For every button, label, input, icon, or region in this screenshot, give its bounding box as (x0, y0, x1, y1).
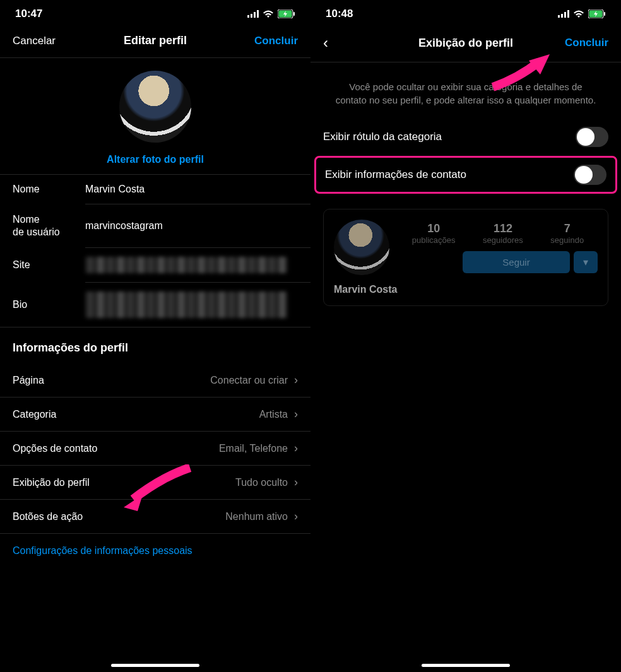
bio-row[interactable]: Bio (0, 283, 310, 327)
svg-rect-0 (247, 15, 249, 18)
preview-top: 10 publicações 112 seguidores 7 seguindo… (334, 220, 598, 275)
row-label: Página (13, 375, 44, 386)
wifi-icon (573, 10, 584, 18)
suggestions-dropdown-button[interactable]: ▾ (574, 251, 598, 273)
home-indicator[interactable] (422, 664, 510, 667)
nav-title: Editar perfil (63, 34, 247, 47)
bio-label: Bio (13, 299, 85, 310)
stat-number: 112 (483, 222, 523, 235)
personal-info-link[interactable]: Configurações de informações pessoais (0, 534, 310, 568)
page-row[interactable]: Página Conectar ou criar› (0, 363, 310, 397)
nav-bar: Cancelar Editar perfil Concluir (0, 24, 310, 57)
section-title: Informações do perfil (0, 327, 310, 363)
status-bar: 10:47 (0, 0, 310, 24)
row-label: Opções de contato (13, 443, 97, 454)
name-row[interactable]: Nome Marvin Costa (0, 175, 310, 204)
stat-number: 7 (550, 222, 584, 235)
home-indicator[interactable] (111, 664, 199, 667)
row-label: Exibição do perfil (13, 477, 90, 488)
change-photo-link[interactable]: Alterar foto do perfil (107, 154, 204, 165)
row-label: Categoria (13, 409, 56, 420)
status-bar: 10:48 (310, 0, 621, 24)
row-label: Botões de ação (13, 511, 83, 522)
svg-rect-9 (564, 12, 566, 18)
follow-button[interactable]: Seguir (463, 251, 570, 273)
profile-section: Alterar foto do perfil (0, 58, 310, 174)
svg-rect-13 (604, 12, 605, 16)
svg-rect-3 (257, 10, 259, 18)
name-value: Marvin Costa (85, 184, 298, 195)
wifi-icon (263, 10, 274, 18)
row-value: Conectar ou criar› (210, 374, 298, 387)
nav-bar: ‹ Exibição do perfil Concluir (310, 24, 621, 62)
chevron-right-icon: › (294, 476, 298, 489)
svg-rect-1 (251, 14, 252, 18)
category-toggle[interactable] (576, 127, 608, 147)
chevron-right-icon: › (294, 374, 298, 387)
preview-buttons: Seguir ▾ (463, 251, 598, 273)
preview-name: Marvin Costa (334, 284, 598, 295)
chevron-right-icon: › (294, 442, 298, 455)
status-time: 10:48 (326, 8, 353, 20)
svg-rect-8 (561, 14, 563, 18)
username-value: marvincostagram (85, 220, 298, 232)
row-value: Tudo oculto› (235, 476, 298, 489)
contact-options-row[interactable]: Opções de contato Email, Telefone› (0, 432, 310, 465)
svg-rect-7 (558, 15, 560, 18)
redacted-value (85, 257, 287, 273)
stat-label: seguidores (483, 235, 523, 245)
username-row[interactable]: Nome de usuário marvincostagram (0, 204, 310, 247)
profile-avatar[interactable] (119, 71, 191, 143)
row-value: Artista› (259, 408, 298, 421)
right-screen: 10:48 ‹ Exibição do perfil Concluir Você… (310, 0, 621, 672)
posts-stat: 10 publicações (412, 222, 456, 245)
site-label: Site (13, 259, 85, 271)
svg-rect-10 (567, 10, 569, 18)
toggle-knob (577, 128, 594, 146)
back-button[interactable]: ‹ (323, 34, 374, 52)
battery-charging-icon (278, 9, 295, 18)
description-text: Você pode ocultar ou exibir sua categori… (310, 62, 621, 118)
contact-toggle-row: Exibir informações de contato (314, 156, 617, 194)
signal-icon (247, 10, 259, 18)
annotation-arrow (124, 464, 193, 517)
name-label: Nome (13, 184, 85, 195)
annotation-arrow (490, 54, 553, 95)
category-toggle-row: Exibir rótulo da categoria (310, 118, 621, 156)
preview-stats: 10 publicações 112 seguidores 7 seguindo (398, 222, 598, 245)
followers-stat: 112 seguidores (483, 222, 523, 245)
stat-label: seguindo (550, 235, 584, 245)
battery-charging-icon (588, 9, 606, 18)
stat-number: 10 (412, 222, 456, 235)
username-label: Nome de usuário (13, 213, 85, 239)
cancel-button[interactable]: Cancelar (13, 35, 63, 47)
chevron-down-icon: ▾ (583, 256, 588, 268)
svg-rect-2 (254, 12, 256, 18)
toggle-label: Exibir rótulo da categoria (323, 131, 442, 143)
row-value: Nenhum ativo› (225, 510, 298, 523)
contact-toggle[interactable] (574, 165, 606, 185)
redacted-value (85, 292, 287, 318)
toggle-label: Exibir informações de contato (325, 168, 466, 181)
preview-avatar (334, 220, 389, 275)
stat-label: publicações (412, 235, 456, 245)
status-icons (558, 9, 606, 18)
profile-preview-card: 10 publicações 112 seguidores 7 seguindo… (323, 209, 608, 306)
category-row[interactable]: Categoria Artista› (0, 398, 310, 431)
signal-icon (558, 10, 569, 18)
site-row[interactable]: Site (0, 248, 310, 282)
left-screen: 10:47 Cancelar Editar perfil Concluir Al… (0, 0, 310, 672)
svg-rect-6 (293, 12, 295, 16)
toggle-knob (575, 166, 593, 184)
row-value: Email, Telefone› (219, 442, 298, 455)
status-icons (247, 9, 295, 18)
status-time: 10:47 (15, 8, 42, 20)
done-button[interactable]: Concluir (247, 35, 298, 47)
chevron-right-icon: › (294, 408, 298, 421)
nav-title: Exibição do perfil (374, 37, 558, 50)
done-button[interactable]: Concluir (558, 37, 608, 49)
following-stat: 7 seguindo (550, 222, 584, 245)
chevron-right-icon: › (294, 510, 298, 523)
